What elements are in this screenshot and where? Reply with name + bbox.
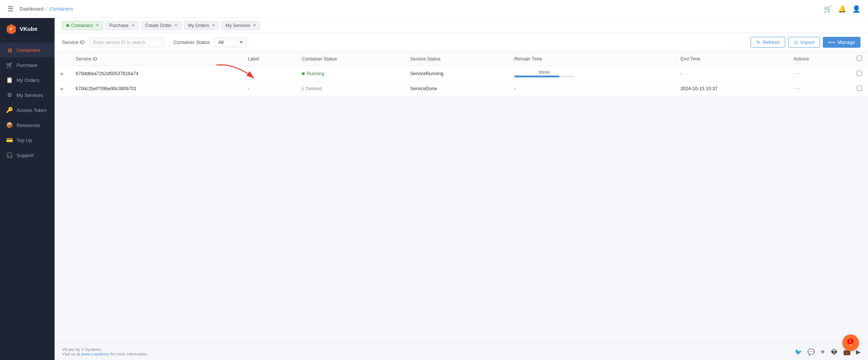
tab-containers-close[interactable]: ✕ <box>96 23 99 28</box>
tab-purchase-label: Purchase <box>109 23 129 28</box>
import-button[interactable]: ⊙ Import <box>788 37 820 48</box>
footer-text: VKube by V Systems. Visit us at www.v.sy… <box>62 347 148 356</box>
resources-icon: 📦 <box>6 122 13 129</box>
support-icon: 🎧 <box>6 152 13 159</box>
sidebar-item-my-services-label: My Services <box>17 92 43 98</box>
sidebar-item-my-orders[interactable]: 📋 My Orders <box>0 73 55 88</box>
row2-service-id: 670dc2bef739be90c3806701 <box>70 82 242 96</box>
row1-remain-time: 60min <box>508 66 675 82</box>
svg-text:V: V <box>9 27 12 31</box>
col-checkbox-header <box>851 52 868 66</box>
tab-containers-label: Containers <box>71 23 93 28</box>
chat-bubble-inner: V 1 <box>848 339 853 347</box>
tab-containers[interactable]: Containers ✕ <box>62 21 103 30</box>
sidebar-item-resources[interactable]: 📦 Resources <box>0 118 55 133</box>
row2-container-status-text: Deleted <box>306 86 322 91</box>
bell-icon[interactable]: 🔔 <box>838 5 846 13</box>
data-table: Service ID Label Container Status Servic… <box>55 52 868 96</box>
sidebar: V VKube 🖥 Containers 🛒 Purchase 📋 My Ord… <box>0 18 55 360</box>
col-label: Label <box>242 52 296 66</box>
youtube-icon[interactable]: ▶ <box>856 348 860 355</box>
service-id-input[interactable] <box>89 38 164 47</box>
hamburger-icon[interactable]: ☰ <box>8 5 14 13</box>
container-status-filter-label: Container Status <box>173 39 210 45</box>
main-content: Containers ✕ Purchase ✕ Create Order ✕ M… <box>55 18 868 360</box>
sidebar-item-containers-label: Containers <box>17 47 40 53</box>
breadcrumb: Dashboard / Containers <box>20 6 73 12</box>
row1-actions-button[interactable]: ··· <box>794 70 801 77</box>
row2-container-status: ℹ Deleted <box>296 82 404 96</box>
col-container-status: Container Status <box>296 52 404 66</box>
sidebar-item-containers[interactable]: 🖥 Containers <box>0 42 55 57</box>
row1-container-status-text: Running <box>307 71 324 76</box>
import-label: Import <box>800 39 814 45</box>
sidebar-item-resources-label: Resources <box>17 123 40 128</box>
discord-icon[interactable]: 💬 <box>807 348 815 355</box>
sidebar-item-purchase[interactable]: 🛒 Purchase <box>0 57 55 73</box>
footer: VKube by V Systems. Visit us at www.v.sy… <box>55 343 868 360</box>
footer-text3: for more information. <box>109 352 149 356</box>
row2-actions-button[interactable]: ··· <box>794 85 801 92</box>
select-all-checkbox[interactable] <box>857 56 862 61</box>
tab-my-services-label: My Services <box>226 23 250 28</box>
tab-my-services-close[interactable]: ✕ <box>253 23 256 28</box>
row1-checkbox-cell <box>851 66 868 82</box>
chat-bubble-badge: 1 <box>847 339 853 345</box>
table-header-row: Service ID Label Container Status Servic… <box>55 52 868 66</box>
row1-end-time: - <box>674 66 787 82</box>
footer-text2: Visit us at <box>62 352 81 356</box>
tab-create-order-label: Create Order <box>145 23 172 28</box>
sidebar-item-top-up[interactable]: 💳 Top Up <box>0 133 55 148</box>
row1-expand-icon[interactable]: ▶ <box>61 71 64 76</box>
table-row: ▶ 670dc2bef739be90c3806701 - ℹ Deleted <box>55 82 868 96</box>
row1-expand[interactable]: ▶ <box>55 66 70 82</box>
row1-label-edit-icon[interactable]: ✎ <box>248 71 252 77</box>
tab-purchase[interactable]: Purchase ✕ <box>105 21 139 30</box>
service-id-filter-label: Service ID <box>62 39 85 45</box>
row2-checkbox-cell <box>851 82 868 96</box>
chat-bubble[interactable]: V 1 <box>842 334 859 351</box>
row1-actions: ··· <box>787 66 851 82</box>
tab-create-order-close[interactable]: ✕ <box>174 23 178 28</box>
row2-actions: ··· <box>787 82 851 96</box>
sidebar-item-access-token[interactable]: 🔑 Access Token <box>0 103 55 118</box>
tab-purchase-close[interactable]: ✕ <box>131 23 135 28</box>
row2-expand[interactable]: ▶ <box>55 82 70 96</box>
filter-row: Service ID Container Status All Running … <box>55 33 868 52</box>
sidebar-item-access-token-label: Access Token <box>17 107 47 113</box>
tab-my-orders-close[interactable]: ✕ <box>212 23 215 28</box>
breadcrumb-home[interactable]: Dashboard <box>20 6 44 12</box>
sidebar-item-support[interactable]: 🎧 Support <box>0 148 55 163</box>
footer-link[interactable]: www.v.systems <box>81 352 109 356</box>
container-status-select[interactable]: All Running Deleted Pending Stopped <box>214 38 246 47</box>
row1-status-dot <box>302 72 305 75</box>
sidebar-item-purchase-label: Purchase <box>17 62 37 68</box>
footer-text1: VKube by V Systems. <box>62 347 102 352</box>
user-icon[interactable]: 👤 <box>852 5 860 13</box>
sidebar-logo: V VKube <box>0 18 55 39</box>
row1-checkbox[interactable] <box>857 71 862 76</box>
my-orders-icon: 📋 <box>6 77 13 83</box>
app-name: VKube <box>20 26 38 32</box>
table-area: Service ID Label Container Status Servic… <box>55 52 868 96</box>
col-service-id: Service ID <box>70 52 242 66</box>
table-row: ▶ 670ddbea72b2d50537616a74 ✎ <box>55 66 868 82</box>
purchase-icon: 🛒 <box>6 62 13 68</box>
refresh-button[interactable]: ↻ Refresh <box>751 37 786 48</box>
reddit-icon[interactable]: 👽 <box>830 348 838 355</box>
sidebar-item-my-services[interactable]: ⚙ My Services <box>0 88 55 103</box>
row2-expand-icon[interactable]: ▶ <box>61 86 64 91</box>
cart-icon[interactable]: 🛒 <box>824 5 832 13</box>
row2-checkbox[interactable] <box>857 86 862 91</box>
manage-button[interactable]: ⟺ Manage <box>823 37 860 48</box>
tab-my-services[interactable]: My Services ✕ <box>222 21 260 30</box>
row2-label: - <box>242 82 296 96</box>
tab-my-orders[interactable]: My Orders ✕ <box>184 21 219 30</box>
manage-icon: ⟺ <box>828 39 835 45</box>
breadcrumb-separator: / <box>46 6 47 12</box>
twitter-icon[interactable]: 🐦 <box>795 348 802 355</box>
col-actions: Actions <box>787 52 851 66</box>
telegram-icon[interactable]: ✈ <box>820 348 825 355</box>
row1-service-status: ServiceRunning <box>404 66 508 82</box>
tab-create-order[interactable]: Create Order ✕ <box>141 21 182 30</box>
